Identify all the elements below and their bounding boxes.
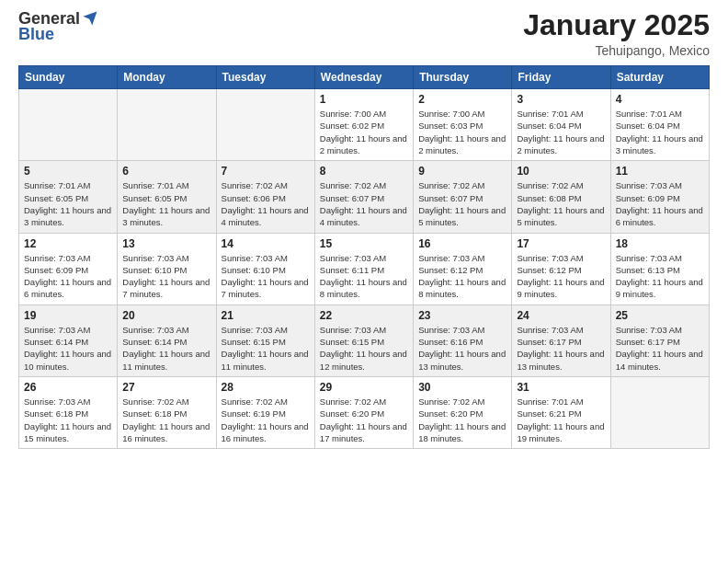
day-number: 26: [24, 381, 112, 394]
day-info: Sunrise: 7:03 AM Sunset: 6:10 PM Dayligh…: [122, 252, 210, 301]
calendar-day-cell: 13Sunrise: 7:03 AM Sunset: 6:10 PM Dayli…: [118, 233, 216, 304]
weekday-header-wednesday: Wednesday: [314, 66, 413, 89]
header: General Blue January 2025 Tehuipango, Me…: [18, 9, 710, 58]
calendar-day-cell: [216, 89, 314, 161]
day-number: 7: [222, 165, 310, 178]
calendar-day-cell: 24Sunrise: 7:03 AM Sunset: 6:17 PM Dayli…: [512, 304, 610, 376]
day-number: 30: [418, 381, 506, 394]
calendar-day-cell: 7Sunrise: 7:02 AM Sunset: 6:06 PM Daylig…: [216, 161, 314, 233]
day-number: 24: [517, 309, 605, 322]
weekday-header-thursday: Thursday: [414, 66, 512, 89]
day-number: 8: [320, 165, 408, 178]
calendar-day-cell: 10Sunrise: 7:02 AM Sunset: 6:08 PM Dayli…: [512, 161, 610, 233]
calendar-day-cell: 23Sunrise: 7:03 AM Sunset: 6:16 PM Dayli…: [414, 304, 512, 376]
calendar-day-cell: 28Sunrise: 7:02 AM Sunset: 6:19 PM Dayli…: [216, 376, 314, 448]
day-info: Sunrise: 7:03 AM Sunset: 6:17 PM Dayligh…: [517, 324, 605, 373]
day-info: Sunrise: 7:03 AM Sunset: 6:17 PM Dayligh…: [616, 324, 704, 373]
day-number: 6: [122, 165, 210, 178]
day-number: 16: [418, 237, 506, 250]
day-info: Sunrise: 7:03 AM Sunset: 6:14 PM Dayligh…: [122, 324, 210, 373]
title-block: January 2025 Tehuipango, Mexico: [523, 9, 710, 58]
day-info: Sunrise: 7:03 AM Sunset: 6:12 PM Dayligh…: [418, 252, 506, 301]
day-info: Sunrise: 7:03 AM Sunset: 6:10 PM Dayligh…: [222, 252, 310, 301]
calendar-day-cell: 1Sunrise: 7:00 AM Sunset: 6:02 PM Daylig…: [314, 89, 413, 161]
day-info: Sunrise: 7:01 AM Sunset: 6:04 PM Dayligh…: [517, 108, 605, 156]
day-info: Sunrise: 7:02 AM Sunset: 6:18 PM Dayligh…: [122, 396, 210, 444]
day-info: Sunrise: 7:02 AM Sunset: 6:07 PM Dayligh…: [418, 179, 506, 228]
calendar-day-cell: 22Sunrise: 7:03 AM Sunset: 6:15 PM Dayli…: [314, 304, 413, 376]
weekday-header-friday: Friday: [512, 66, 610, 89]
day-info: Sunrise: 7:03 AM Sunset: 6:11 PM Dayligh…: [320, 252, 408, 301]
calendar-day-cell: 15Sunrise: 7:03 AM Sunset: 6:11 PM Dayli…: [314, 233, 413, 304]
day-number: 19: [24, 309, 112, 322]
day-info: Sunrise: 7:03 AM Sunset: 6:15 PM Dayligh…: [222, 324, 310, 373]
day-number: 17: [517, 237, 605, 250]
calendar-day-cell: [118, 89, 216, 161]
day-number: 27: [122, 381, 210, 394]
day-number: 28: [222, 381, 310, 394]
day-number: 5: [24, 165, 112, 178]
calendar-day-cell: 2Sunrise: 7:00 AM Sunset: 6:03 PM Daylig…: [414, 89, 512, 161]
calendar-day-cell: 9Sunrise: 7:02 AM Sunset: 6:07 PM Daylig…: [414, 161, 512, 233]
logo-bird-icon: [82, 10, 98, 27]
weekday-header-row: SundayMondayTuesdayWednesdayThursdayFrid…: [19, 66, 710, 89]
day-number: 31: [517, 381, 605, 394]
day-number: 12: [24, 237, 112, 250]
day-info: Sunrise: 7:01 AM Sunset: 6:05 PM Dayligh…: [24, 179, 112, 228]
calendar-day-cell: 18Sunrise: 7:03 AM Sunset: 6:13 PM Dayli…: [610, 233, 709, 304]
day-info: Sunrise: 7:01 AM Sunset: 6:21 PM Dayligh…: [517, 396, 605, 444]
calendar-day-cell: [610, 376, 709, 448]
day-info: Sunrise: 7:03 AM Sunset: 6:13 PM Dayligh…: [616, 252, 704, 301]
calendar-day-cell: [19, 89, 118, 161]
weekday-header-tuesday: Tuesday: [216, 66, 314, 89]
day-info: Sunrise: 7:03 AM Sunset: 6:18 PM Dayligh…: [24, 396, 112, 444]
calendar-title: January 2025: [523, 9, 710, 41]
calendar-week-row: 12Sunrise: 7:03 AM Sunset: 6:09 PM Dayli…: [19, 233, 710, 304]
day-info: Sunrise: 7:03 AM Sunset: 6:09 PM Dayligh…: [24, 252, 112, 301]
calendar-day-cell: 25Sunrise: 7:03 AM Sunset: 6:17 PM Dayli…: [610, 304, 709, 376]
day-info: Sunrise: 7:02 AM Sunset: 6:19 PM Dayligh…: [222, 396, 310, 444]
calendar-day-cell: 5Sunrise: 7:01 AM Sunset: 6:05 PM Daylig…: [19, 161, 118, 233]
calendar-day-cell: 27Sunrise: 7:02 AM Sunset: 6:18 PM Dayli…: [118, 376, 216, 448]
day-number: 3: [517, 93, 605, 106]
calendar-day-cell: 12Sunrise: 7:03 AM Sunset: 6:09 PM Dayli…: [19, 233, 118, 304]
day-number: 29: [320, 381, 408, 394]
day-info: Sunrise: 7:02 AM Sunset: 6:07 PM Dayligh…: [320, 179, 408, 228]
calendar-day-cell: 26Sunrise: 7:03 AM Sunset: 6:18 PM Dayli…: [19, 376, 118, 448]
weekday-header-sunday: Sunday: [19, 66, 118, 89]
day-info: Sunrise: 7:02 AM Sunset: 6:06 PM Dayligh…: [222, 179, 310, 228]
calendar-day-cell: 29Sunrise: 7:02 AM Sunset: 6:20 PM Dayli…: [314, 376, 413, 448]
day-number: 13: [122, 237, 210, 250]
day-number: 25: [616, 309, 704, 322]
day-info: Sunrise: 7:02 AM Sunset: 6:20 PM Dayligh…: [418, 396, 506, 444]
logo-blue-text: Blue: [18, 25, 54, 44]
logo: General Blue: [18, 9, 98, 44]
day-number: 4: [616, 93, 704, 106]
day-number: 14: [222, 237, 310, 250]
calendar-day-cell: 21Sunrise: 7:03 AM Sunset: 6:15 PM Dayli…: [216, 304, 314, 376]
weekday-header-monday: Monday: [118, 66, 216, 89]
calendar-week-row: 5Sunrise: 7:01 AM Sunset: 6:05 PM Daylig…: [19, 161, 710, 233]
day-number: 9: [418, 165, 506, 178]
calendar-table: SundayMondayTuesdayWednesdayThursdayFrid…: [18, 65, 710, 449]
day-info: Sunrise: 7:00 AM Sunset: 6:02 PM Dayligh…: [320, 108, 408, 156]
calendar-day-cell: 14Sunrise: 7:03 AM Sunset: 6:10 PM Dayli…: [216, 233, 314, 304]
day-number: 23: [418, 309, 506, 322]
day-number: 18: [616, 237, 704, 250]
day-number: 2: [418, 93, 506, 106]
calendar-day-cell: 17Sunrise: 7:03 AM Sunset: 6:12 PM Dayli…: [512, 233, 610, 304]
day-info: Sunrise: 7:00 AM Sunset: 6:03 PM Dayligh…: [418, 108, 506, 156]
calendar-day-cell: 3Sunrise: 7:01 AM Sunset: 6:04 PM Daylig…: [512, 89, 610, 161]
day-info: Sunrise: 7:03 AM Sunset: 6:16 PM Dayligh…: [418, 324, 506, 373]
calendar-day-cell: 31Sunrise: 7:01 AM Sunset: 6:21 PM Dayli…: [512, 376, 610, 448]
calendar-week-row: 26Sunrise: 7:03 AM Sunset: 6:18 PM Dayli…: [19, 376, 710, 448]
day-number: 11: [616, 165, 704, 178]
day-info: Sunrise: 7:01 AM Sunset: 6:04 PM Dayligh…: [616, 108, 704, 156]
calendar-day-cell: 19Sunrise: 7:03 AM Sunset: 6:14 PM Dayli…: [19, 304, 118, 376]
calendar-day-cell: 6Sunrise: 7:01 AM Sunset: 6:05 PM Daylig…: [118, 161, 216, 233]
day-info: Sunrise: 7:01 AM Sunset: 6:05 PM Dayligh…: [122, 179, 210, 228]
day-number: 22: [320, 309, 408, 322]
day-info: Sunrise: 7:03 AM Sunset: 6:09 PM Dayligh…: [616, 179, 704, 228]
calendar-day-cell: 16Sunrise: 7:03 AM Sunset: 6:12 PM Dayli…: [414, 233, 512, 304]
day-number: 21: [222, 309, 310, 322]
